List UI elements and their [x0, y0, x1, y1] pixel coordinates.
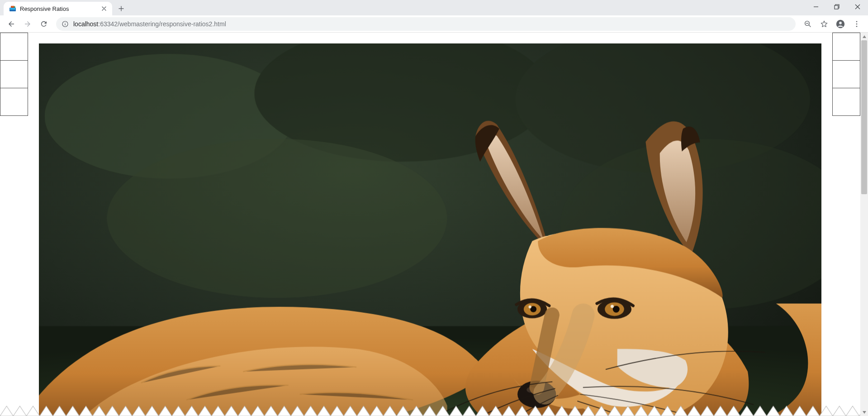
tab-favicon-icon [9, 5, 16, 12]
forward-button[interactable] [20, 16, 35, 32]
zoom-icon[interactable] [800, 16, 816, 32]
window-controls [806, 0, 868, 15]
url-path: :63342/webmastering/responsive-ratios2.h… [98, 20, 226, 28]
back-button[interactable] [4, 16, 19, 32]
svg-rect-1 [10, 8, 15, 10]
site-info-icon[interactable] [62, 20, 69, 28]
browser-toolbar: localhost:63342/webmastering/responsive-… [0, 15, 868, 33]
tab-close-button[interactable] [100, 5, 108, 12]
edge-box [0, 33, 28, 61]
svg-point-31 [611, 305, 614, 308]
scroll-down-button[interactable] [860, 408, 868, 416]
viewport [0, 33, 868, 416]
svg-point-4 [14, 6, 15, 8]
page-content [0, 33, 860, 416]
tab-strip: Responsive Ratios [0, 0, 128, 15]
edge-box [832, 88, 860, 116]
scroll-thumb[interactable] [861, 40, 867, 194]
edge-box [0, 60, 28, 88]
svg-point-19 [107, 139, 447, 298]
svg-point-14 [856, 25, 858, 27]
browser-tab[interactable]: Responsive Ratios [4, 2, 112, 15]
svg-rect-8 [65, 22, 65, 23]
edge-box [832, 33, 860, 61]
vertical-scrollbar[interactable] [860, 33, 868, 416]
svg-point-13 [856, 23, 858, 24]
svg-point-11 [839, 21, 842, 24]
left-edge-boxes [0, 33, 28, 116]
svg-rect-3 [11, 6, 14, 7]
tab-title: Responsive Ratios [20, 5, 97, 12]
profile-avatar-button[interactable] [833, 16, 848, 32]
reload-button[interactable] [36, 16, 52, 32]
url-text: localhost:63342/webmastering/responsive-… [73, 20, 226, 28]
new-tab-button[interactable] [115, 2, 128, 15]
svg-point-30 [613, 306, 620, 312]
svg-marker-35 [863, 35, 866, 38]
bookmark-star-button[interactable] [816, 16, 832, 32]
address-bar[interactable]: localhost:63342/webmastering/responsive-… [56, 17, 796, 31]
hero-image [39, 43, 821, 416]
svg-point-27 [529, 306, 531, 308]
svg-point-12 [856, 21, 858, 22]
svg-rect-7 [65, 24, 65, 25]
window-maximize-button[interactable] [826, 0, 847, 14]
scroll-up-button[interactable] [860, 33, 868, 40]
window-minimize-button[interactable] [806, 0, 826, 14]
window-close-button[interactable] [847, 0, 868, 14]
window-titlebar: Responsive Ratios [0, 0, 868, 15]
edge-box [0, 88, 28, 116]
svg-marker-36 [863, 411, 866, 414]
url-host: localhost [73, 20, 98, 28]
right-edge-boxes [832, 33, 860, 116]
svg-rect-5 [835, 5, 838, 9]
edge-box [832, 60, 860, 88]
kebab-menu-button[interactable] [849, 16, 864, 32]
